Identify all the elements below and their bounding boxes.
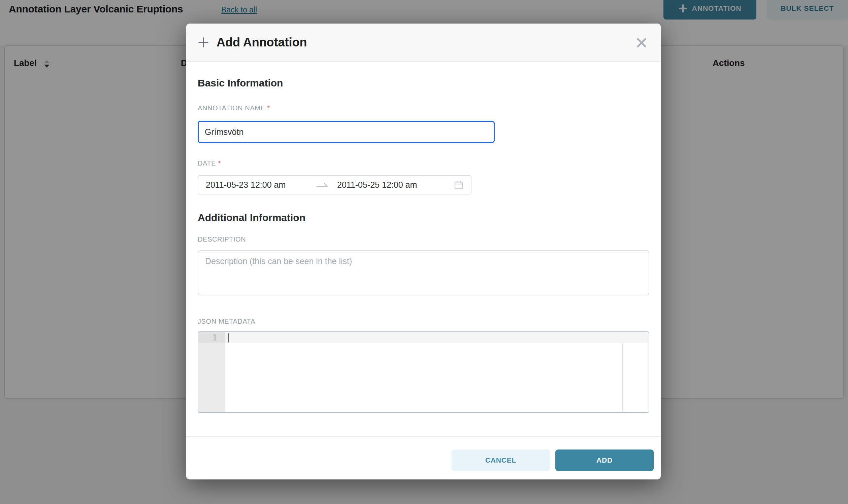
required-asterisk: * bbox=[218, 160, 221, 167]
close-icon[interactable] bbox=[636, 37, 647, 49]
date-start-value[interactable]: 2011-05-23 12:00 am bbox=[206, 180, 316, 190]
json-metadata-label: JSON METADATA bbox=[198, 318, 255, 325]
json-metadata-label-text: JSON METADATA bbox=[198, 318, 255, 325]
description-label: DESCRIPTION bbox=[198, 235, 246, 243]
section-additional-information: Additional Information bbox=[198, 212, 306, 223]
annotation-name-label-text: ANNOTATION NAME bbox=[198, 104, 265, 112]
annotation-name-input[interactable] bbox=[198, 121, 495, 143]
modal-header: Add Annotation bbox=[186, 23, 661, 61]
cancel-button[interactable]: CANCEL bbox=[452, 450, 550, 471]
arrow-right-icon bbox=[316, 182, 328, 188]
required-asterisk: * bbox=[267, 104, 270, 112]
date-end-value[interactable]: 2011-05-25 12:00 am bbox=[337, 180, 417, 190]
editor-active-line bbox=[225, 332, 648, 343]
app-root: Annotation Layer Volcanic Eruptions Back… bbox=[0, 0, 848, 504]
description-label-text: DESCRIPTION bbox=[198, 235, 246, 243]
plus-icon bbox=[198, 37, 209, 48]
calendar-icon[interactable] bbox=[454, 180, 463, 190]
date-label-text: DATE bbox=[198, 160, 216, 167]
editor-cursor bbox=[228, 333, 229, 342]
description-textarea[interactable] bbox=[198, 250, 649, 295]
modal-footer-divider bbox=[186, 436, 661, 437]
modal-title: Add Annotation bbox=[217, 35, 307, 50]
add-button[interactable]: ADD bbox=[555, 450, 654, 471]
annotation-name-label: ANNOTATION NAME* bbox=[198, 104, 270, 112]
section-basic-information: Basic Information bbox=[198, 77, 283, 89]
editor-gutter bbox=[198, 332, 225, 412]
json-metadata-editor[interactable]: 1 bbox=[198, 331, 649, 413]
add-annotation-modal: Add Annotation Basic Information ANNOTAT… bbox=[186, 23, 661, 480]
editor-line-number: 1 bbox=[198, 332, 225, 343]
date-label: DATE* bbox=[198, 160, 221, 167]
date-range-picker[interactable]: 2011-05-23 12:00 am 2011-05-25 12:00 am bbox=[198, 175, 471, 195]
editor-print-margin bbox=[622, 343, 623, 412]
